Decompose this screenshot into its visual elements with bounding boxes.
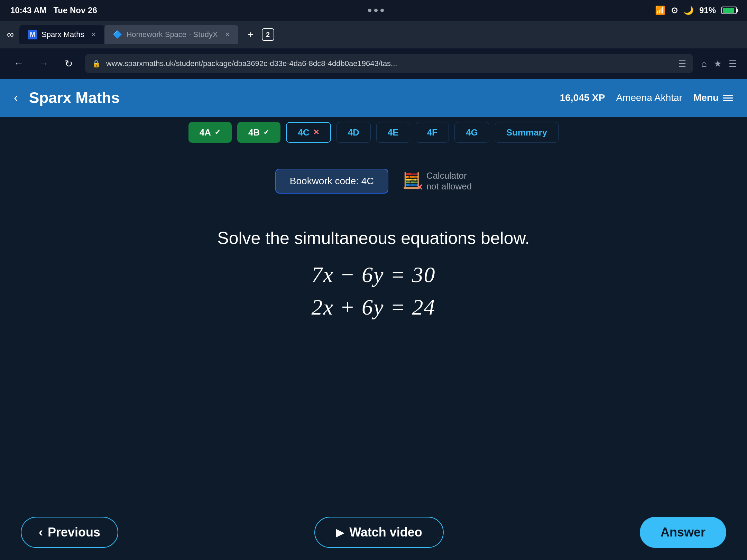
previous-button[interactable]: ‹ Previous — [21, 517, 118, 548]
status-center — [368, 9, 384, 12]
back-button[interactable]: ← — [10, 55, 27, 72]
menu-label: Menu — [693, 92, 719, 103]
video-camera-icon: ▶ — [336, 526, 344, 539]
tab-4c[interactable]: 4C ✕ — [286, 122, 331, 143]
question-text: Solve the simultaneous equations below. — [217, 228, 529, 248]
dot3 — [380, 9, 384, 12]
studyx-tab-close[interactable]: ✕ — [225, 31, 230, 38]
eq1-text: 7x − 6y = 30 — [311, 262, 435, 287]
bookmark-icon[interactable]: ★ — [714, 58, 722, 69]
url-bar[interactable]: 🔒 www.sparxmaths.uk/student/package/dba3… — [85, 54, 693, 73]
eq2-text: 2x + 6y = 24 — [311, 295, 435, 319]
answer-button[interactable]: Answer — [640, 517, 726, 548]
url-text: www.sparxmaths.uk/student/package/dba369… — [106, 59, 673, 68]
tab-4g[interactable]: 4G — [454, 122, 489, 143]
watch-video-button[interactable]: ▶ Watch video — [314, 517, 444, 548]
battery-percent: 91% — [699, 6, 716, 15]
bottom-bar: ‹ Previous ▶ Watch video Answer — [0, 505, 747, 560]
hamburger-icon — [723, 95, 733, 101]
battery-indicator — [721, 7, 737, 14]
status-bar: 10:43 AM Tue Nov 26 📶 ⊙ 🌙 91% — [0, 0, 747, 21]
previous-label: Previous — [48, 525, 100, 540]
tab-4c-label: 4C — [298, 127, 309, 138]
settings-icon[interactable]: ☰ — [729, 58, 737, 69]
sparx-tab-close[interactable]: ✕ — [91, 31, 96, 38]
dot2 — [374, 9, 378, 12]
equation-2: 2x + 6y = 24 — [311, 295, 435, 320]
question-container: Solve the simultaneous equations below. … — [217, 228, 529, 320]
wifi-icon: 📶 — [655, 6, 665, 15]
tab-4b-label: 4B — [248, 127, 260, 138]
user-name: Ameena Akhtar — [616, 92, 682, 103]
tab-4d[interactable]: 4D — [336, 122, 371, 143]
previous-arrow-icon: ‹ — [39, 525, 43, 540]
status-time: 10:43 AM — [10, 6, 46, 15]
calculator-info: 🧮 ✕ Calculator not allowed — [402, 170, 472, 192]
status-right: 📶 ⊙ 🌙 91% — [655, 6, 737, 15]
watch-video-label: Watch video — [349, 525, 422, 540]
studyx-favicon: 🔷 — [113, 30, 122, 39]
sparx-tab-label: Sparx Maths — [42, 30, 84, 39]
reader-mode-icon[interactable]: ☰ — [678, 58, 686, 69]
calculator-x-icon: ✕ — [416, 183, 423, 192]
home-icon[interactable]: ⌂ — [701, 58, 707, 69]
browser-infinity-icon: ∞ — [7, 29, 14, 40]
tab-4a-label: 4A — [200, 127, 211, 138]
tab-4e[interactable]: 4E — [376, 122, 410, 143]
content-area: Bookwork code: 4C 🧮 ✕ Calculator not all… — [0, 148, 747, 505]
browser-tab-studyx[interactable]: 🔷 Homework Space - StudyX ✕ — [104, 25, 238, 44]
section-tabs: 4A ✓ 4B ✓ 4C ✕ 4D 4E 4F 4G Summary — [0, 117, 747, 148]
dot1 — [368, 9, 371, 12]
new-tab-button[interactable]: + — [244, 28, 258, 41]
tab-4d-label: 4D — [348, 127, 359, 138]
tab-4a[interactable]: 4A ✓ — [188, 122, 232, 143]
bookwork-code: Bookwork code: 4C — [275, 169, 388, 194]
info-row: Bookwork code: 4C 🧮 ✕ Calculator not all… — [275, 169, 472, 194]
tab-4b-check-icon: ✓ — [263, 128, 269, 137]
app-back-button[interactable]: ‹ — [14, 91, 18, 105]
tab-4b[interactable]: 4B ✓ — [237, 122, 280, 143]
sparx-favicon: M — [28, 30, 37, 39]
tab-summary[interactable]: Summary — [495, 122, 559, 143]
browser-tab-sparx[interactable]: M Sparx Maths ✕ — [19, 25, 105, 44]
calculator-label: Calculator not allowed — [426, 170, 472, 192]
tab-4f-label: 4F — [427, 127, 437, 138]
menu-button[interactable]: Menu — [693, 92, 733, 103]
equations-container: 7x − 6y = 30 2x + 6y = 24 — [311, 262, 435, 320]
tab-4e-label: 4E — [388, 127, 399, 138]
tab-4a-check-icon: ✓ — [214, 128, 221, 137]
answer-label: Answer — [661, 525, 706, 539]
equation-1: 7x − 6y = 30 — [311, 262, 435, 288]
forward-button[interactable]: → — [35, 55, 52, 72]
app-logo: Sparx Maths — [29, 89, 120, 106]
moon-icon: 🌙 — [683, 6, 694, 15]
tab-4c-x-icon: ✕ — [313, 128, 319, 137]
status-date: Tue Nov 26 — [53, 6, 97, 15]
address-bar: ← → ↻ 🔒 www.sparxmaths.uk/student/packag… — [0, 48, 747, 79]
app-navbar: ‹ Sparx Maths 16,045 XP Ameena Akhtar Me… — [0, 79, 747, 117]
tab-summary-label: Summary — [506, 127, 547, 138]
browser-tabs-bar: ∞ M Sparx Maths ✕ 🔷 Homework Space - Stu… — [0, 21, 747, 48]
tab-4f[interactable]: 4F — [416, 122, 449, 143]
calculator-icon: 🧮 ✕ — [402, 171, 422, 191]
tab-count[interactable]: 2 — [262, 28, 274, 41]
location-icon: ⊙ — [671, 6, 678, 15]
xp-display: 16,045 XP — [560, 92, 605, 103]
lock-icon: 🔒 — [92, 59, 101, 68]
refresh-button[interactable]: ↻ — [60, 55, 77, 72]
studyx-tab-label: Homework Space - StudyX — [126, 30, 218, 39]
tab-4g-label: 4G — [466, 127, 478, 138]
